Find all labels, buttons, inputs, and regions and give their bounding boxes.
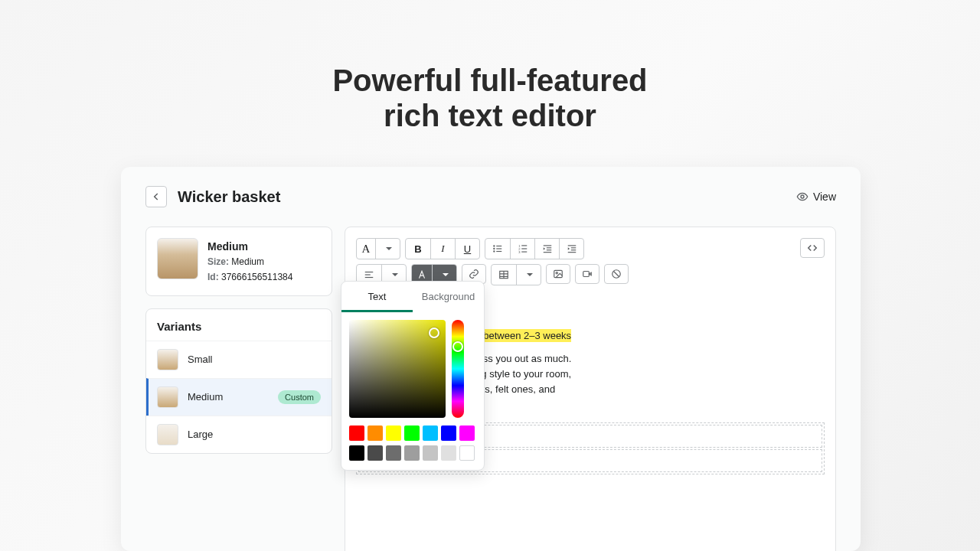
font-family-caret[interactable] (375, 239, 400, 259)
indent-icon (567, 243, 577, 254)
code-icon (807, 243, 818, 253)
product-thumbnail (157, 238, 198, 279)
svg-rect-12 (521, 252, 527, 253)
toolbar-row-1: A B I U 123 (356, 238, 825, 259)
svg-rect-22 (365, 274, 371, 275)
arrow-left-icon (151, 191, 162, 202)
color-swatch[interactable] (404, 445, 420, 461)
svg-rect-8 (521, 245, 527, 246)
hero-title: Powerful full-featured rich text editor (0, 63, 980, 133)
view-label: View (813, 191, 836, 203)
svg-rect-21 (365, 272, 374, 272)
variant-thumb (157, 386, 178, 408)
svg-rect-6 (496, 251, 501, 252)
variant-row-medium[interactable]: Medium Custom (146, 378, 332, 416)
detail-size-label: Size: (207, 256, 229, 267)
color-swatch[interactable] (441, 425, 456, 441)
svg-rect-16 (543, 252, 551, 253)
svg-point-3 (493, 248, 495, 249)
variant-row-large[interactable]: Large (146, 416, 332, 453)
image-button[interactable] (546, 264, 570, 284)
variants-panel: Variants Small Medium Custom Large (145, 308, 332, 454)
svg-rect-19 (570, 249, 575, 250)
page-title: Wicker basket (178, 188, 280, 206)
source-code-button[interactable] (800, 238, 825, 258)
color-swatch[interactable] (386, 425, 401, 441)
color-swatch[interactable] (349, 425, 364, 441)
underline-button[interactable]: U (455, 239, 479, 259)
variant-label: Large (188, 429, 213, 440)
saturation-cursor[interactable] (429, 328, 439, 338)
svg-rect-15 (546, 249, 550, 250)
color-swatch[interactable] (441, 445, 456, 461)
swatch-row-grays (341, 445, 484, 461)
eye-icon (796, 191, 808, 203)
back-button[interactable] (145, 186, 167, 207)
svg-point-1 (493, 245, 495, 246)
detail-id-label: Id: (207, 272, 219, 282)
image-icon (553, 269, 564, 279)
outdent-button[interactable] (534, 239, 559, 259)
bullet-list-icon (492, 243, 503, 254)
hero-line2: rich text editor (0, 98, 980, 133)
app-card: Wicker basket View Medium Size: Medium I… (121, 167, 861, 551)
editor-panel: A B I U 123 (345, 227, 836, 551)
font-family-button[interactable]: A (357, 239, 375, 259)
numbered-list-icon: 123 (518, 243, 528, 254)
svg-rect-17 (567, 245, 576, 246)
outdent-icon (542, 243, 553, 254)
svg-point-26 (556, 272, 557, 274)
numbered-list-button[interactable]: 123 (510, 239, 534, 259)
table-caret[interactable] (516, 265, 541, 285)
hero-line1: Powerful full-featured (0, 63, 980, 98)
variants-title: Variants (146, 309, 332, 341)
video-icon (582, 269, 593, 279)
color-swatch[interactable] (368, 445, 383, 461)
svg-rect-10 (521, 248, 527, 249)
svg-rect-2 (496, 246, 501, 246)
align-left-icon (364, 269, 374, 280)
table-button[interactable] (492, 265, 516, 285)
clear-format-button[interactable] (604, 264, 629, 284)
variant-thumb (157, 424, 178, 445)
hue-slider[interactable] (452, 320, 464, 418)
saturation-field[interactable] (349, 320, 446, 418)
custom-badge: Custom (278, 390, 321, 404)
svg-text:3: 3 (518, 250, 521, 254)
svg-rect-23 (365, 277, 374, 278)
color-swatch[interactable] (423, 425, 438, 441)
color-tab-text[interactable]: Text (341, 282, 413, 312)
bullet-list-button[interactable] (485, 239, 510, 259)
variant-label: Small (188, 354, 213, 365)
color-swatch[interactable] (423, 445, 438, 461)
variant-row-small[interactable]: Small (146, 341, 332, 378)
product-detail-card: Medium Size: Medium Id: 37666156511384 (145, 227, 332, 296)
color-swatch[interactable] (459, 445, 475, 461)
view-button[interactable]: View (796, 191, 836, 203)
color-swatch[interactable] (404, 425, 420, 441)
color-picker-popover: Text Background (341, 281, 485, 471)
color-swatch[interactable] (349, 445, 364, 461)
svg-rect-27 (583, 272, 590, 277)
hue-cursor[interactable] (452, 341, 463, 352)
detail-name: Medium (207, 238, 292, 255)
text-color-icon (416, 269, 427, 280)
variant-thumb (157, 349, 178, 370)
italic-button[interactable]: I (430, 239, 455, 259)
color-swatch[interactable] (459, 425, 475, 441)
clear-icon (611, 269, 622, 279)
svg-rect-13 (543, 245, 551, 246)
video-button[interactable] (575, 264, 599, 284)
svg-rect-14 (546, 247, 550, 248)
indent-button[interactable] (559, 239, 583, 259)
svg-point-5 (493, 250, 495, 252)
link-icon (469, 269, 479, 279)
color-swatch[interactable] (368, 425, 383, 441)
color-tab-background[interactable]: Background (413, 282, 484, 312)
svg-point-0 (801, 195, 804, 198)
bold-button[interactable]: B (406, 239, 430, 259)
color-swatch[interactable] (386, 445, 401, 461)
svg-rect-18 (570, 247, 575, 248)
variant-label: Medium (188, 391, 223, 403)
detail-size-value: Medium (231, 256, 264, 267)
